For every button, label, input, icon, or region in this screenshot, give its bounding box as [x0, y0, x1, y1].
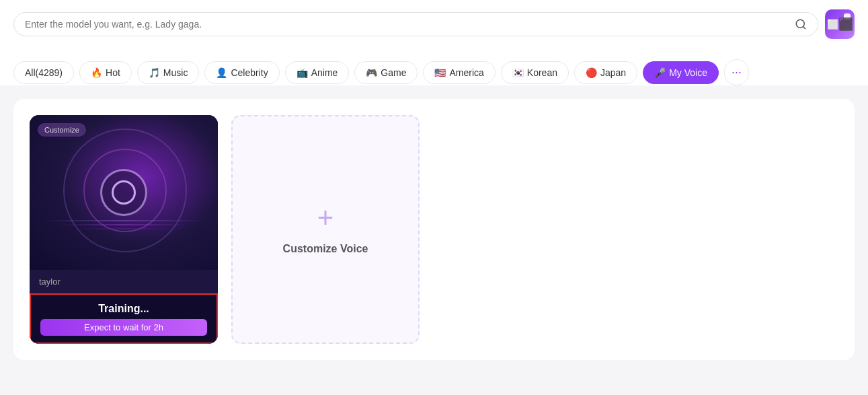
filter-america-label: America [449, 67, 483, 78]
main-content: Customize Training... Expect to wait for… [13, 99, 855, 360]
filter-game-label: Game [381, 67, 406, 78]
filter-more-button[interactable]: ··· [724, 59, 749, 85]
mic-icon [100, 169, 147, 216]
filter-hot-label: Hot [106, 67, 120, 78]
filter-celebrity[interactable]: 👤 Celebrity [204, 61, 279, 84]
card-image-area [30, 115, 218, 270]
svg-line-1 [803, 26, 805, 28]
cards-grid: Customize Training... Expect to wait for… [30, 115, 838, 344]
search-wrapper [13, 12, 818, 36]
mic-inner [112, 180, 136, 205]
filter-hot[interactable]: 🔥 Hot [79, 61, 132, 84]
filter-myvoice-icon: 🎤 [654, 67, 666, 78]
search-input[interactable] [25, 19, 795, 30]
decorative-lines [43, 220, 204, 229]
filter-music-icon: 🎵 [149, 67, 160, 78]
filter-america-icon: 🇺🇸 [434, 67, 446, 78]
filter-japan-label: Japan [600, 67, 626, 78]
avatar-initials: ⬜ [827, 19, 838, 30]
filter-korean-icon: 🇰🇷 [512, 67, 524, 78]
customize-badge: Customize [38, 123, 86, 137]
plus-icon: + [317, 204, 334, 232]
card-footer: taylor [30, 270, 218, 293]
filter-anime-icon: 📺 [297, 67, 308, 78]
filter-anime[interactable]: 📺 Anime [285, 61, 350, 84]
training-voice-card[interactable]: Customize Training... Expect to wait for… [30, 115, 218, 344]
voice-name: taylor [39, 277, 61, 287]
filter-game[interactable]: 🎮 Game [354, 61, 418, 84]
search-icon [795, 18, 807, 30]
filter-myvoice-label: My Voice [669, 67, 707, 78]
filter-game-icon: 🎮 [366, 67, 377, 78]
add-voice-card[interactable]: + Customize Voice [231, 115, 420, 344]
filter-bar: All(4289) 🔥 Hot 🎵 Music 👤 Celebrity 📺 An… [0, 48, 868, 85]
filter-more-dots: ··· [732, 65, 742, 79]
filter-music[interactable]: 🎵 Music [137, 61, 200, 84]
filter-japan-icon: 🔴 [586, 67, 597, 78]
filter-music-label: Music [163, 67, 188, 78]
filter-japan[interactable]: 🔴 Japan [574, 61, 637, 84]
search-button[interactable] [795, 18, 807, 30]
filter-america[interactable]: 🇺🇸 America [423, 61, 495, 84]
user-avatar[interactable]: ⬜ [825, 9, 855, 39]
add-voice-label: Customize Voice [283, 243, 368, 255]
top-bar: ⬜ [0, 0, 868, 48]
filter-korean-label: Korean [527, 67, 557, 78]
filter-celebrity-label: Celebrity [231, 67, 268, 78]
wait-bar: Expect to wait for 2h [40, 319, 207, 336]
filter-korean[interactable]: 🇰🇷 Korean [501, 61, 569, 84]
card-training-overlay: Training... Expect to wait for 2h [30, 293, 218, 344]
filter-all[interactable]: All(4289) [13, 61, 74, 84]
filter-celebrity-icon: 👤 [216, 67, 227, 78]
filter-hot-icon: 🔥 [91, 67, 102, 78]
training-status-text: Training... [40, 303, 207, 315]
filter-all-label: All(4289) [25, 67, 63, 78]
filter-anime-label: Anime [311, 67, 338, 78]
filter-myvoice[interactable]: 🎤 My Voice [643, 61, 719, 84]
avatar-dots [844, 13, 851, 20]
